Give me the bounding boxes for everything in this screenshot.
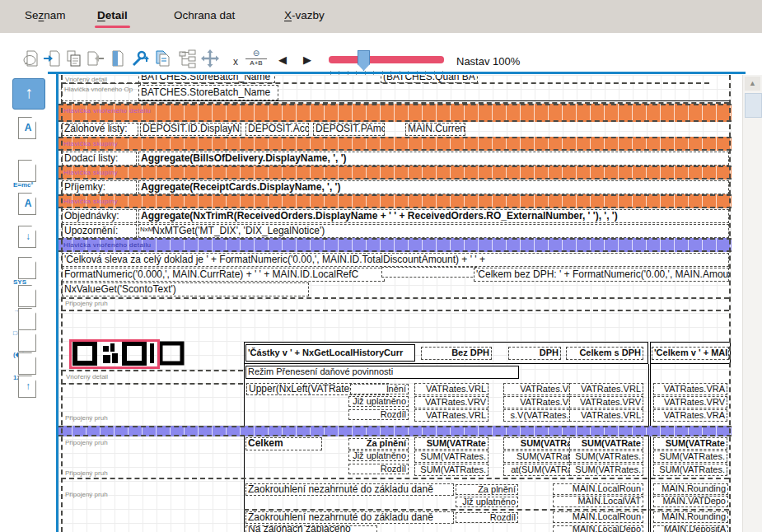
- tab-ochrana-dat[interactable]: Ochrana dat: [174, 9, 235, 21]
- print-preview-icon[interactable]: [21, 48, 42, 69]
- report-field[interactable]: Celkem: [245, 437, 322, 450]
- page-split-icon[interactable]: [107, 48, 129, 69]
- report-field[interactable]: SUM(VATRat: [503, 437, 577, 450]
- report-field[interactable]: Aggregate(BillsOfDelivery.DisplayName, '…: [138, 152, 729, 166]
- report-field[interactable]: VATRates.VRA: [653, 409, 727, 422]
- report-field[interactable]: Zaokrouhlení nezahrnuté do základu daně: [245, 511, 454, 524]
- report-field[interactable]: BATCHES.StoreBatch_Name: [138, 85, 278, 100]
- report-field[interactable]: Na zálohách zaplaceno: [245, 525, 377, 532]
- report-field[interactable]: VATRates.VRV: [569, 396, 643, 408]
- report-field[interactable]: DEPOSIT.ID.DisplayN: [140, 123, 241, 136]
- report-field[interactable]: Režim Přenesení daňové povinnosti: [245, 366, 519, 379]
- report-field[interactable]: SUM(VATRates.: [414, 464, 489, 476]
- text-field-tool[interactable]: A: [12, 115, 44, 145]
- report-field[interactable]: VATRates.VRL: [569, 383, 643, 395]
- report-field[interactable]: NxValueGet('ScontoText'): [62, 282, 309, 296]
- report-field[interactable]: Již uplatněno: [348, 396, 409, 407]
- report-field[interactable]: lnění: [350, 384, 409, 394]
- report-field[interactable]: Aggregate(ReceiptCards.DisplayName, ', '…: [138, 180, 729, 194]
- report-field[interactable]: Bez DPH: [421, 347, 492, 360]
- formula-field-tool[interactable]: E=mc²: [12, 158, 44, 188]
- report-field[interactable]: [381, 267, 477, 278]
- report-field[interactable]: VATRates.VRV: [414, 396, 489, 408]
- report-field[interactable]: Již uplatněno: [456, 497, 518, 507]
- report-field[interactable]: MAIN.Curren: [405, 123, 465, 136]
- x-tool-label[interactable]: x: [233, 56, 238, 68]
- vertical-scrollbar[interactable]: ▲: [742, 75, 762, 532]
- band-header[interactable]: Hlavička vnořeného detailu: [58, 238, 732, 252]
- report-field[interactable]: s.V(VATRates.V: [503, 409, 577, 422]
- report-field[interactable]: Zálohové listy:: [62, 123, 138, 136]
- report-field[interactable]: MAIN.DepositA: [653, 525, 728, 532]
- select-tool[interactable]: ↑: [12, 78, 45, 110]
- tools-wrench-icon[interactable]: [129, 48, 151, 69]
- copy-field-tool[interactable]: A: [12, 191, 44, 221]
- export-page-icon[interactable]: [41, 48, 63, 69]
- report-field[interactable]: SUM(VATRates.: [569, 464, 643, 476]
- insert-field-tool[interactable]: ↓: [12, 224, 44, 254]
- report-field[interactable]: Zaokrouhlení nezahrnuté do základu daně: [245, 483, 454, 496]
- scroll-up-icon[interactable]: ▲: [745, 77, 760, 91]
- report-field[interactable]: Upozornění:: [62, 224, 137, 238]
- report-field[interactable]: NxMTGet('MT_DIX', 'DIX_LegalNotice'): [138, 224, 729, 238]
- scrollbar-thumb[interactable]: [745, 93, 762, 118]
- report-field[interactable]: Za plnění: [348, 438, 409, 450]
- report-field[interactable]: 'Částky v ' + NxGetLocalHistoryCurr: [245, 344, 415, 362]
- report-field[interactable]: MAIN.LocalDepo: [553, 525, 643, 532]
- prev-page-icon[interactable]: ◀: [278, 54, 287, 66]
- report-field[interactable]: VATRates.VRL: [569, 409, 643, 422]
- report-field[interactable]: MAIN.LocalRoun: [553, 483, 643, 495]
- report-field[interactable]: VATRates.VRL: [414, 383, 489, 395]
- import-page-icon[interactable]: [85, 48, 106, 69]
- move-arrows-icon[interactable]: [199, 48, 221, 69]
- report-field[interactable]: VATRates.VRL: [414, 409, 489, 422]
- report-field[interactable]: SUM(VATRate: [503, 450, 577, 463]
- tab-x-vazby[interactable]: X-vazby: [284, 9, 325, 21]
- sys-variable-tool[interactable]: SYS: [12, 255, 44, 285]
- band-header[interactable]: Hlavička skupiny: [58, 194, 732, 208]
- report-field[interactable]: VATRates.VR: [503, 396, 577, 408]
- band-header[interactable]: Hlavička vnořeného detailu: [58, 104, 732, 122]
- report-field[interactable]: VATRates.VRA: [653, 383, 727, 395]
- tab-seznam[interactable]: Seznam: [25, 9, 66, 21]
- report-field[interactable]: MAIN.LocalRoun: [553, 511, 643, 523]
- merge-ab-icon[interactable]: ⊖ A+B: [245, 49, 267, 67]
- report-field[interactable]: MAIN.LocalVAT: [553, 496, 643, 507]
- report-field[interactable]: VATRates.VR: [503, 383, 577, 395]
- report-field[interactable]: SUM(VATRates.: [653, 450, 727, 463]
- report-field[interactable]: SUM(VATRate: [653, 437, 727, 450]
- zoom-slider-thumb[interactable]: [358, 50, 370, 71]
- report-field[interactable]: 'Celkem v ' + MAI: [652, 347, 729, 360]
- report-field[interactable]: Dodací listy:: [62, 152, 137, 166]
- report-design-canvas[interactable]: BATCHES.StoreBatch_Name(BATCHES.Quan BAT…: [58, 75, 732, 532]
- band-header[interactable]: [58, 426, 732, 436]
- report-field[interactable]: Rozdíl: [456, 512, 518, 523]
- report-field[interactable]: DEPOSIT.Acc: [245, 123, 309, 136]
- report-field[interactable]: SUM(VATRates.: [653, 464, 727, 476]
- report-field[interactable]: Celkem s DPH: [566, 347, 643, 360]
- report-field[interactable]: Aggregate(NxTrimR(ReceivedOrders.Display…: [138, 209, 729, 223]
- report-field[interactable]: SUM(VATRates.: [414, 450, 489, 463]
- report-field[interactable]: DPH: [508, 347, 561, 360]
- report-field[interactable]: 'Celková sleva za celý doklad je ' + For…: [62, 253, 729, 267]
- report-field[interactable]: DEPOSIT.PAmount: [313, 123, 385, 136]
- report-field[interactable]: SUM(VATRates.: [569, 450, 643, 463]
- report-field[interactable]: MAIN.Rounding: [653, 511, 728, 523]
- report-field[interactable]: Objednávky:: [62, 209, 137, 223]
- report-field[interactable]: MAIN.Rounding: [653, 483, 728, 495]
- band-header[interactable]: Hlavička skupiny: [58, 137, 732, 151]
- band-header[interactable]: Hlavička skupiny: [58, 166, 732, 180]
- report-field[interactable]: MAIN.VATDepo: [653, 496, 728, 507]
- tab-detail[interactable]: Detail: [97, 9, 128, 21]
- report-text[interactable]: NxM: [140, 226, 153, 233]
- report-field[interactable]: FormatNumeric('0.000,', MAIN.CurrRate) +…: [62, 268, 385, 282]
- report-field[interactable]: Již uplatněno: [348, 450, 409, 461]
- report-field[interactable]: SUM(VATRate: [414, 437, 489, 450]
- report-field[interactable]: Rozdíl: [348, 464, 409, 474]
- report-field[interactable]: Příjemky:: [62, 180, 137, 194]
- report-field[interactable]: 'Celkem bez DPH: ' + FormatNumeric('0.00…: [474, 268, 729, 282]
- copy-pages-icon[interactable]: [152, 48, 173, 69]
- report-field[interactable]: SUM(VATRate: [569, 437, 643, 450]
- report-field[interactable]: Za plnění: [456, 484, 518, 495]
- tree-structure-icon[interactable]: [176, 48, 198, 69]
